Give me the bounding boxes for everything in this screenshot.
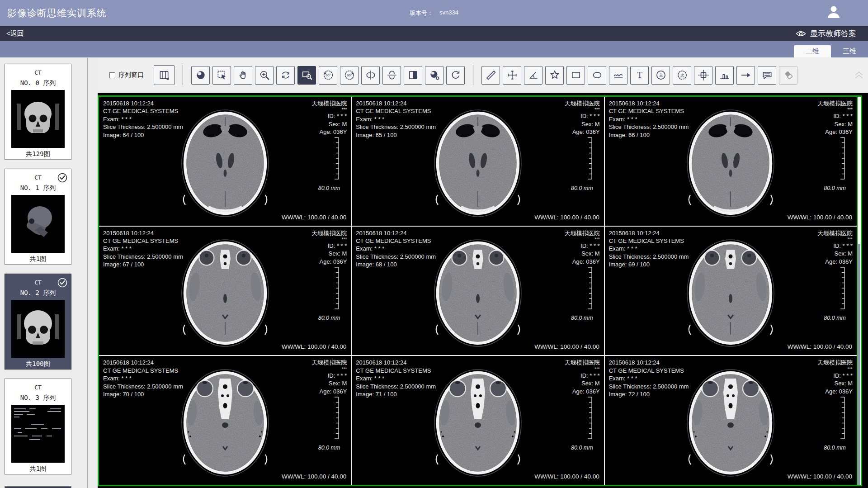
series-modality: CT <box>34 384 42 391</box>
viewport-cell-8[interactable]: 20150618 10:12:24CT GE MEDICAL SYSTEMSEx… <box>605 356 857 485</box>
rotate-button[interactable] <box>276 66 295 85</box>
text-annotation-button[interactable]: T <box>630 66 649 85</box>
series-card-partial[interactable] <box>5 486 71 488</box>
scale-label: 80.0 mm <box>810 315 846 321</box>
series-title: NO. 0 序列 <box>20 79 56 87</box>
cell-age: Age: 036Y <box>565 388 600 395</box>
cell-datetime: 20150618 10:12:24 <box>103 99 183 107</box>
window-level-button[interactable] <box>425 66 443 85</box>
tab-3d[interactable]: 三维 <box>831 45 868 57</box>
cell-sex: Sex: M <box>311 379 347 387</box>
viewport-cell-7[interactable]: 20150618 10:12:24CT GE MEDICAL SYSTEMSEx… <box>352 356 604 485</box>
toolbar-collapse-button[interactable] <box>854 70 864 79</box>
svg-text:T: T <box>637 71 642 80</box>
version-label: 版本号： <box>410 9 433 17</box>
flip-horizontal-button[interactable] <box>361 66 380 85</box>
sphere-small-circle-icon <box>429 69 440 81</box>
cell-info-left: 20150618 10:12:24CT GE MEDICAL SYSTEMSEx… <box>609 229 689 269</box>
window-sphere-button[interactable] <box>191 66 210 85</box>
cell-device: CT GE MEDICAL SYSTEMS <box>103 237 183 245</box>
series-window-checkbox[interactable] <box>109 72 115 78</box>
cell-info-right: 天堰模拟医院***ID: * * *Sex: MAge: 036Y <box>817 99 853 136</box>
measure-line-button[interactable] <box>481 66 500 85</box>
back-button[interactable]: <返回 <box>6 29 24 38</box>
grid-scrollbar[interactable] <box>857 97 861 485</box>
cell-image-number: Image: 68 / 100 <box>356 261 436 268</box>
cell-hospital: 天堰模拟医院 <box>311 99 347 107</box>
rotate-90-cw-button[interactable]: 90° <box>340 66 359 85</box>
measure-cross-button[interactable] <box>503 66 521 85</box>
invert-button[interactable] <box>404 66 422 85</box>
histogram-button[interactable] <box>715 66 734 85</box>
person-icon <box>826 4 842 22</box>
viewport-cell-0[interactable]: 20150618 10:12:24CT GE MEDICAL SYSTEMSEx… <box>99 97 351 226</box>
series-window-toggle[interactable]: 序列窗口 <box>109 71 144 79</box>
cell-stars: *** <box>565 107 600 112</box>
cell-patient-id: ID: * * * <box>311 112 347 120</box>
viewport-cell-2[interactable]: 20150618 10:12:24CT GE MEDICAL SYSTEMSEx… <box>605 97 857 226</box>
pan-button[interactable] <box>234 66 252 85</box>
cell-info-left: 20150618 10:12:24CT GE MEDICAL SYSTEMSEx… <box>103 359 183 398</box>
comment-button[interactable] <box>758 66 776 85</box>
cell-device: CT GE MEDICAL SYSTEMS <box>609 107 689 115</box>
focus-main-button[interactable]: 主 <box>651 66 670 85</box>
zoom-button[interactable] <box>255 66 274 85</box>
measure-angle-button[interactable] <box>524 66 542 85</box>
tab-2d[interactable]: 二维 <box>794 45 831 57</box>
cell-patient-id: ID: * * * <box>817 372 853 379</box>
rect-roi-button[interactable] <box>566 66 585 85</box>
flip-vertical-button[interactable] <box>382 66 401 85</box>
layout-button[interactable] <box>154 65 175 85</box>
scale-ruler: 80.0 mm <box>810 396 846 451</box>
series-modality: CT <box>34 69 42 76</box>
viewport-cell-1[interactable]: 20150618 10:12:24CT GE MEDICAL SYSTEMSEx… <box>352 97 604 226</box>
app-title: 影像诊断思维实训系统 <box>7 7 107 19</box>
cell-image-number: Image: 71 / 100 <box>356 390 436 398</box>
rotate-90-ccw-button[interactable]: 90° <box>319 66 337 85</box>
rectangle-icon <box>570 69 582 81</box>
show-teacher-answer-button[interactable]: 显示教师答案 <box>796 28 856 39</box>
cell-exam: Exam: * * * <box>356 374 436 382</box>
viewport-cell-6[interactable]: 20150618 10:12:24CT GE MEDICAL SYSTEMSEx… <box>99 356 351 485</box>
focus-secondary-button[interactable]: 次 <box>673 66 691 85</box>
svg-text:次: 次 <box>680 73 684 77</box>
ct-image <box>426 231 530 351</box>
ct-image <box>173 360 277 481</box>
cell-device: CT GE MEDICAL SYSTEMS <box>356 237 436 245</box>
cell-hospital: 天堰模拟医院 <box>817 229 853 237</box>
scrollbar-thumb[interactable] <box>858 244 860 485</box>
show-teacher-answer-label: 显示教师答案 <box>810 28 856 39</box>
region-zoom-button[interactable] <box>297 66 316 85</box>
hand-icon <box>237 69 249 81</box>
reset-button[interactable] <box>446 66 465 85</box>
grid-crosshair-button[interactable] <box>694 66 712 85</box>
eraser-button[interactable] <box>779 66 797 85</box>
select-button[interactable] <box>212 66 231 85</box>
cell-exam: Exam: * * * <box>609 115 689 123</box>
viewport-cell-4[interactable]: 20150618 10:12:24CT GE MEDICAL SYSTEMSEx… <box>352 227 604 355</box>
cell-image-number: Image: 72 / 100 <box>609 390 689 398</box>
cell-slice-thickness: Slice Thickness: 2.500000 mm <box>609 123 689 131</box>
cell-hospital: 天堰模拟医院 <box>817 99 853 107</box>
user-account-button[interactable] <box>825 4 843 22</box>
series-card-3[interactable]: CTNO. 3 序列共1图 <box>5 379 71 474</box>
star-roi-button[interactable] <box>545 66 564 85</box>
series-card-2[interactable]: CTNO. 2 序列共100图 <box>5 274 71 370</box>
curve-roi-button[interactable] <box>609 66 627 85</box>
viewport-cell-5[interactable]: 20150618 10:12:24CT GE MEDICAL SYSTEMSEx… <box>605 227 857 355</box>
cell-datetime: 20150618 10:12:24 <box>609 229 689 237</box>
series-card-1[interactable]: CTNO. 1 序列共1图 <box>5 169 71 265</box>
cell-sex: Sex: M <box>311 120 347 128</box>
viewport-cell-3[interactable]: 20150618 10:12:24CT GE MEDICAL SYSTEMSEx… <box>99 227 351 355</box>
magnifier-plus-icon <box>259 69 270 81</box>
series-card-0[interactable]: CTNO. 0 序列共129图 <box>5 64 71 160</box>
cell-info-left: 20150618 10:12:24CT GE MEDICAL SYSTEMSEx… <box>356 359 436 398</box>
ellipse-roi-button[interactable] <box>588 66 606 85</box>
cell-info-left: 20150618 10:12:24CT GE MEDICAL SYSTEMSEx… <box>356 229 436 269</box>
circle-text-icon: 主 <box>655 69 667 81</box>
cell-info-left: 20150618 10:12:24CT GE MEDICAL SYSTEMSEx… <box>103 99 183 139</box>
arrow-annotation-button[interactable] <box>736 66 755 85</box>
cell-exam: Exam: * * * <box>609 245 689 252</box>
cell-age: Age: 036Y <box>565 258 600 265</box>
cell-info-left: 20150618 10:12:24CT GE MEDICAL SYSTEMSEx… <box>356 99 436 139</box>
